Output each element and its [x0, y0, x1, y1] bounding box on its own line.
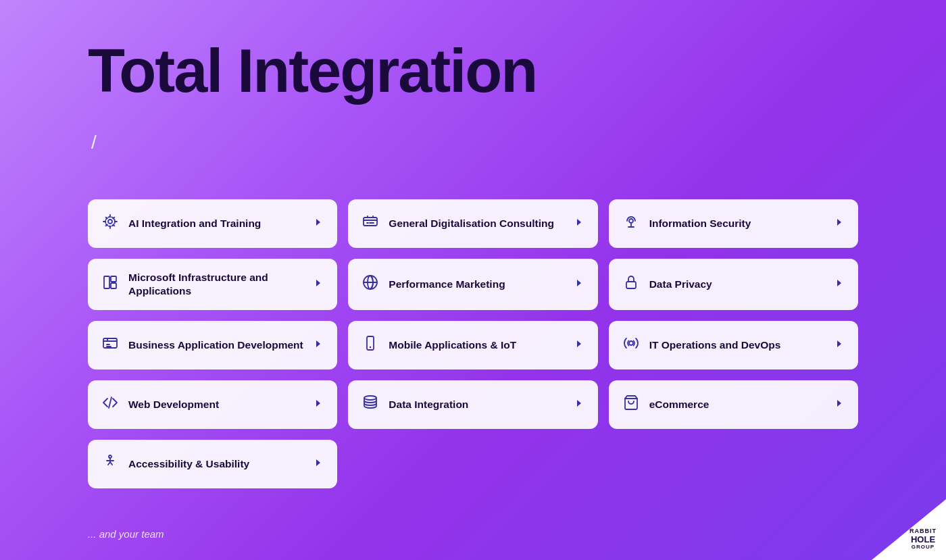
logo-line3: GROUP — [910, 544, 937, 551]
card-ai-integration[interactable]: AI Integration and Training — [88, 199, 337, 248]
card-data-privacy-label: Data Privacy — [649, 278, 824, 291]
card-ecommerce-label: eCommerce — [649, 398, 824, 411]
svg-rect-16 — [626, 282, 636, 288]
digitalisation-icon — [362, 213, 379, 234]
card-accessibility-arrow — [313, 457, 324, 471]
card-business-app-dev-label: Business Application Development — [128, 338, 303, 352]
card-web-development[interactable]: Web Development — [88, 380, 337, 429]
ai-icon — [101, 213, 119, 234]
card-ai-label: AI Integration and Training — [128, 217, 303, 230]
card-data-integration-arrow — [574, 398, 584, 411]
svg-point-0 — [108, 220, 112, 224]
card-business-app-dev-arrow — [313, 338, 324, 352]
card-information-security-label: Information Security — [649, 217, 824, 230]
svg-marker-32 — [837, 400, 841, 407]
card-accessibility[interactable]: Accessibility & Usability — [88, 440, 337, 488]
card-microsoft-infra-label: Microsoft Infrastructure and Application… — [128, 271, 303, 298]
card-web-development-label: Web Development — [128, 398, 303, 411]
svg-marker-34 — [316, 459, 320, 466]
card-performance-marketing[interactable]: Performance Marketing — [348, 259, 597, 310]
svg-marker-4 — [577, 219, 581, 226]
card-mobile-iot[interactable]: Mobile Applications & IoT — [348, 321, 597, 370]
card-performance-marketing-arrow — [574, 278, 584, 291]
security-icon — [622, 213, 640, 234]
card-ecommerce-arrow — [834, 398, 845, 411]
logo: RABBIT HOLE GROUP — [910, 528, 937, 551]
card-accessibility-label: Accessibility & Usability — [128, 457, 303, 471]
svg-point-1 — [105, 217, 115, 226]
card-microsoft-infra-arrow — [313, 278, 324, 291]
svg-rect-9 — [111, 276, 116, 282]
svg-marker-15 — [577, 280, 581, 286]
svg-rect-3 — [364, 218, 377, 226]
svg-rect-8 — [104, 276, 109, 288]
card-ai-arrow — [313, 217, 324, 230]
logo-area: RABBIT HOLE GROUP — [872, 499, 946, 560]
logo-line2: HOLE — [910, 535, 937, 544]
card-information-security-arrow — [834, 217, 845, 230]
card-information-security[interactable]: Information Security — [609, 199, 858, 248]
card-mobile-iot-arrow — [574, 338, 584, 352]
card-performance-marketing-label: Performance Marketing — [389, 278, 564, 291]
card-it-operations-label: IT Operations and DevOps — [649, 338, 824, 352]
card-data-integration[interactable]: Data Integration — [348, 380, 597, 429]
card-it-operations[interactable]: IT Operations and DevOps — [609, 321, 858, 370]
svg-marker-17 — [837, 280, 841, 286]
card-it-operations-arrow — [834, 338, 845, 352]
svg-marker-26 — [837, 340, 841, 347]
svg-line-27 — [109, 397, 111, 408]
card-general-digitalisation-label: General Digitalisation Consulting — [389, 217, 564, 230]
page-title: Total Integration — [88, 41, 537, 101]
svg-marker-30 — [577, 400, 581, 407]
card-general-digitalisation-arrow — [574, 217, 584, 230]
svg-point-25 — [629, 341, 633, 345]
svg-marker-2 — [316, 219, 320, 226]
card-web-development-arrow — [313, 398, 324, 411]
svg-point-29 — [364, 396, 376, 400]
microsoft-icon — [101, 274, 119, 295]
accessibility-icon — [101, 454, 119, 474]
card-data-integration-label: Data Integration — [389, 398, 564, 411]
card-ecommerce[interactable]: eCommerce — [609, 380, 858, 429]
business-app-icon — [101, 335, 119, 355]
ecommerce-icon — [622, 394, 640, 415]
slash-decoration: / — [91, 132, 97, 153]
privacy-icon — [622, 274, 640, 295]
card-business-app-dev[interactable]: Business Application Development — [88, 321, 337, 370]
web-icon — [101, 394, 119, 415]
mobile-icon — [362, 335, 379, 355]
svg-rect-10 — [111, 283, 116, 288]
svg-marker-28 — [316, 400, 320, 407]
svg-marker-21 — [316, 340, 320, 347]
tagline: ... and your team — [88, 528, 164, 540]
card-microsoft-infra[interactable]: Microsoft Infrastructure and Application… — [88, 259, 337, 310]
card-data-privacy-arrow — [834, 278, 845, 291]
card-data-privacy[interactable]: Data Privacy — [609, 259, 858, 310]
card-general-digitalisation[interactable]: General Digitalisation Consulting — [348, 199, 597, 248]
data-icon — [362, 394, 379, 415]
svg-marker-24 — [577, 340, 581, 347]
card-mobile-iot-label: Mobile Applications & IoT — [389, 338, 564, 352]
svg-marker-7 — [837, 219, 841, 226]
cards-grid: AI Integration and Training General Digi… — [88, 199, 858, 488]
marketing-icon — [362, 274, 379, 295]
devops-icon — [622, 335, 640, 355]
svg-marker-11 — [316, 280, 320, 286]
